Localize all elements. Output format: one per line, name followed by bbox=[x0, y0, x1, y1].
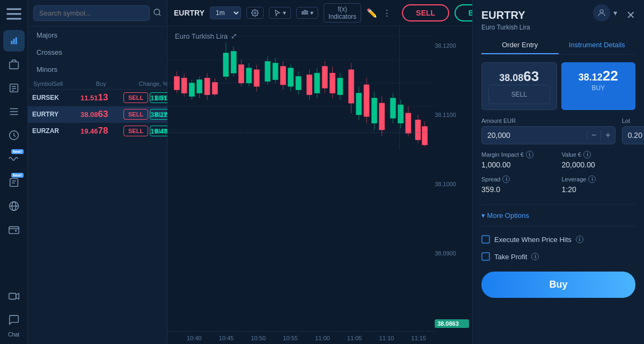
svg-rect-85 bbox=[371, 98, 377, 123]
svg-rect-63 bbox=[280, 67, 286, 85]
price-level-4: 38.0900 bbox=[435, 250, 469, 257]
order-tabs: Order Entry Instrument Details bbox=[481, 36, 635, 55]
spread-info-icon[interactable]: ℹ bbox=[502, 175, 510, 183]
symbol-panel: Majors Crosses Minors Symbol Sell Buy Ch… bbox=[28, 0, 167, 344]
symbol-row-eurtry[interactable]: EURTRY 38.0863 SELL BUY 38.1222 ▲ 0.67 bbox=[28, 106, 167, 123]
account-dropdown-button[interactable]: ▾ bbox=[613, 9, 617, 17]
user-avatar-button[interactable] bbox=[593, 4, 610, 21]
divider-2 bbox=[481, 226, 635, 226]
time-label-1040: 10:40 bbox=[178, 335, 210, 341]
symbol-name-eursek: EURSEK bbox=[32, 94, 80, 101]
spread-field-group: Spread ℹ 359.0 bbox=[481, 175, 555, 194]
svg-rect-61 bbox=[273, 63, 278, 79]
sell-price-label: SELL bbox=[488, 85, 550, 104]
chart-symbol-selector[interactable]: EURTRY bbox=[174, 9, 204, 17]
category-crosses[interactable]: Crosses bbox=[28, 44, 167, 61]
amount-decrement-button[interactable]: − bbox=[587, 130, 601, 140]
execute-when-checkbox[interactable] bbox=[481, 235, 490, 244]
header-buy: Buy bbox=[96, 80, 139, 87]
sell-button-eurzar[interactable]: SELL bbox=[123, 126, 148, 136]
time-label-1110: 11:10 bbox=[371, 335, 403, 341]
search-input[interactable] bbox=[33, 5, 150, 21]
svg-marker-24 bbox=[16, 294, 18, 299]
chart-sell-button[interactable]: SELL bbox=[402, 4, 449, 21]
category-minors[interactable]: Minors bbox=[28, 61, 167, 78]
symbol-row-eursek[interactable]: EURSEK 11.5113 SELL BUY 11.5148 ▼ -0.29 bbox=[28, 90, 167, 106]
margin-info-icon[interactable]: ℹ bbox=[526, 151, 533, 158]
sidebar-item-wallet[interactable] bbox=[3, 219, 25, 240]
symbol-table-header: Symbol Sell Buy Change, % bbox=[28, 78, 167, 90]
svg-rect-81 bbox=[356, 93, 362, 114]
sell-price-integer: 38.08 bbox=[499, 72, 523, 84]
svg-rect-6 bbox=[15, 38, 17, 45]
tab-instrument-details[interactable]: Instrument Details bbox=[559, 36, 636, 54]
wave-new-badge: New! bbox=[11, 149, 24, 154]
sell-price-eurzar: 19.4678 bbox=[80, 126, 123, 136]
svg-rect-16 bbox=[10, 179, 18, 187]
order-fields: Amount EUR − + Lot − + bbox=[473, 110, 644, 200]
close-order-panel-button[interactable]: ✕ bbox=[626, 9, 635, 21]
chart-type-button[interactable]: ▾ bbox=[296, 7, 318, 19]
svg-rect-37 bbox=[174, 76, 179, 90]
svg-point-100 bbox=[600, 10, 603, 13]
sidebar-item-news[interactable]: New! bbox=[3, 172, 25, 193]
leverage-info-icon[interactable]: ℹ bbox=[588, 175, 596, 183]
category-majors[interactable]: Majors bbox=[28, 27, 167, 44]
spread-value: 359.0 bbox=[481, 185, 555, 194]
sidebar-item-orders[interactable] bbox=[3, 77, 25, 99]
more-options-button[interactable]: ▾ More Options bbox=[473, 209, 644, 222]
sell-button-eursek[interactable]: SELL bbox=[123, 92, 148, 103]
leverage-label: Leverage ℹ bbox=[562, 175, 636, 183]
sell-price-box[interactable]: 38.08 63 SELL bbox=[481, 62, 557, 110]
search-button[interactable] bbox=[153, 8, 162, 18]
sidebar-item-chart[interactable] bbox=[3, 30, 25, 52]
time-label-1115: 11:15 bbox=[402, 335, 435, 341]
indicators-button[interactable]: f(x) Indicators bbox=[324, 3, 361, 23]
more-tools-button[interactable]: ⋮ bbox=[383, 8, 391, 18]
sell-button-eurtry[interactable]: SELL bbox=[123, 109, 148, 120]
svg-rect-59 bbox=[265, 61, 270, 81]
sidebar-item-wave[interactable]: New! bbox=[3, 148, 25, 170]
order-panel-subtitle: Euro Turkish Lira bbox=[473, 24, 644, 36]
symbol-row-eurzar[interactable]: EURZAR 19.4678 SELL BUY 19.4830 ▼ -0.17 bbox=[28, 123, 167, 140]
amount-field-group: Amount EUR − + bbox=[481, 118, 616, 144]
sidebar-item-portfolio[interactable] bbox=[3, 54, 25, 75]
svg-rect-4 bbox=[11, 41, 12, 44]
execute-when-row: Execute When Price Hits ℹ bbox=[473, 231, 644, 248]
amount-input[interactable] bbox=[482, 127, 587, 144]
buy-big-button[interactable]: Buy bbox=[481, 272, 635, 298]
sidebar-item-list[interactable] bbox=[3, 101, 25, 122]
svg-rect-73 bbox=[322, 67, 327, 88]
lot-input[interactable] bbox=[623, 127, 644, 144]
order-panel: EURTRY ✕ Euro Turkish Lira ▾ Order Entry… bbox=[472, 0, 644, 344]
take-profit-info-icon[interactable]: ℹ bbox=[531, 253, 539, 260]
svg-rect-53 bbox=[239, 65, 244, 83]
amount-increment-button[interactable]: + bbox=[601, 130, 614, 140]
chart-area: EURTRY 1m5m15m1H1D ▾ ▾ f(x) Indicators ✏… bbox=[167, 0, 472, 344]
svg-rect-43 bbox=[197, 80, 202, 93]
leverage-value: 1:20 bbox=[562, 185, 636, 194]
tab-order-entry[interactable]: Order Entry bbox=[481, 36, 559, 54]
buy-price-box[interactable]: 38.12 22 BUY bbox=[561, 62, 636, 110]
sell-price-eurtry: 38.0863 bbox=[80, 109, 123, 120]
value-info-icon[interactable]: ℹ bbox=[583, 151, 591, 158]
pencil-tool-button[interactable]: ✏️ bbox=[367, 8, 377, 18]
cursor-tool-button[interactable]: ▾ bbox=[269, 7, 291, 19]
svg-point-25 bbox=[154, 9, 160, 15]
timeframe-selector[interactable]: 1m5m15m1H1D bbox=[210, 6, 241, 19]
execute-when-label: Execute When Price Hits bbox=[494, 236, 572, 244]
sidebar-item-globe[interactable] bbox=[3, 195, 25, 217]
search-bar bbox=[28, 0, 167, 27]
svg-rect-55 bbox=[246, 68, 252, 83]
amount-lot-row: Amount EUR − + Lot − + bbox=[481, 118, 635, 144]
execute-when-info-icon[interactable]: ℹ bbox=[576, 236, 583, 243]
indicators-settings-button[interactable] bbox=[246, 7, 264, 19]
sidebar-item-chat[interactable] bbox=[3, 309, 25, 331]
spread-label: Spread ℹ bbox=[481, 175, 555, 183]
hamburger-button[interactable] bbox=[4, 4, 24, 24]
svg-rect-97 bbox=[422, 127, 427, 145]
take-profit-checkbox[interactable] bbox=[481, 252, 490, 261]
sidebar-item-history[interactable] bbox=[3, 125, 25, 146]
sidebar-item-video[interactable] bbox=[3, 286, 25, 307]
lot-control: − + bbox=[622, 126, 644, 144]
